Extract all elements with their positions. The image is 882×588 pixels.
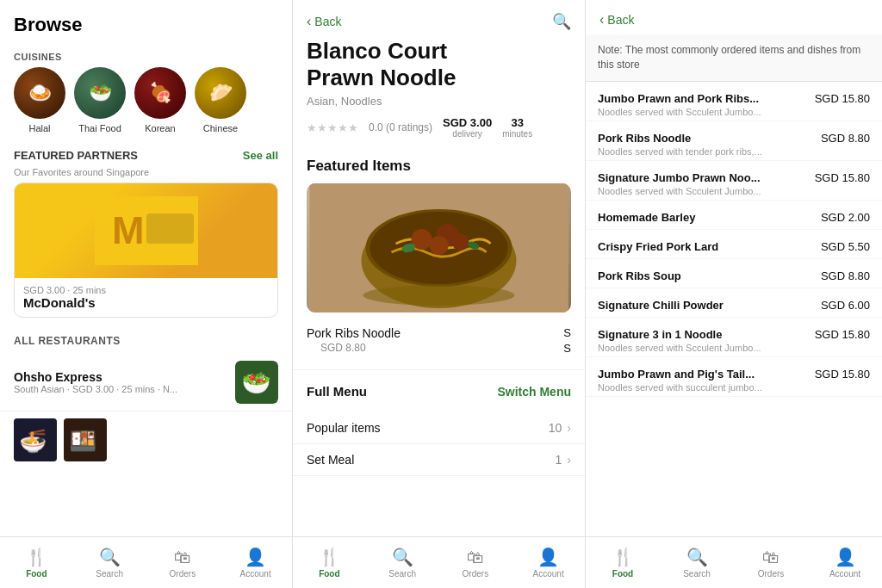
note-bar: Note: The most commonly ordered items an… <box>586 34 882 82</box>
menu-item-price-2: SGD 15.80 <box>815 171 870 184</box>
menu-category-setmeal[interactable]: Set Meal 1 › <box>293 444 585 476</box>
featured-subtitle: Our Favorites around Singapore <box>0 167 292 183</box>
menu-item-name-5: Pork Ribs Soup <box>598 269 814 282</box>
menu-item-row-7[interactable]: Signature 3 in 1 Noodle Noodles served w… <box>586 318 882 357</box>
store-name: Blanco CourtPrawn Noodle <box>293 38 585 95</box>
orders-icon-right: 🛍 <box>762 548 780 567</box>
search-icon-right-nav: 🔍 <box>686 547 708 567</box>
back-button-middle[interactable]: ‹ Back <box>307 14 341 29</box>
browse-title: Browse <box>0 0 292 45</box>
menu-item-row-1[interactable]: Pork Ribs Noodle Noodles served with ten… <box>586 121 882 161</box>
menu-item-row-4[interactable]: Crispy Fried Pork Lard SGD 5.50 <box>586 230 882 259</box>
category-popular-count: 10 <box>549 421 562 435</box>
partner-card-mcdonalds[interactable]: M SGD 3.00 · 25 mins McDonald's <box>14 183 278 318</box>
nav-food-middle[interactable]: 🍴 Food <box>307 547 351 579</box>
nav-account-label-middle: Account <box>533 569 564 579</box>
menu-item-desc-7: Noodles served with Scculent Jumbo... <box>598 343 808 353</box>
featured-items-heading: Featured Items <box>293 151 585 183</box>
nav-search-label-middle: Search <box>388 569 416 579</box>
menu-item-row-8[interactable]: Jumbo Prawn and Pig's Tail... Noodles se… <box>586 357 882 397</box>
see-all-button[interactable]: See all <box>243 149 278 162</box>
featured-food-image <box>307 183 571 313</box>
chevron-popular: › <box>567 421 571 435</box>
featured-item-name: Pork Ribs Noodle <box>307 326 401 340</box>
nav-orders-left[interactable]: 🛍 Orders <box>161 548 204 579</box>
left-scroll: Browse CUISINES 🍛 Halal 🥗 Thai Food 🍖 Ko… <box>0 0 292 536</box>
nav-food-right[interactable]: 🍴 Food <box>601 547 644 579</box>
menu-item-info-6: Signature Chilli Powder <box>598 299 821 313</box>
nav-account-middle[interactable]: 👤 Account <box>527 547 570 579</box>
menu-section: Full Menu Switch Menu <box>293 375 585 412</box>
nav-account-label-right: Account <box>829 569 860 579</box>
menu-item-price-3: SGD 2.00 <box>821 211 870 224</box>
menu-item-info-4: Crispy Fried Pork Lard <box>598 240 821 255</box>
nav-food-label-left: Food <box>26 569 47 579</box>
nav-food-label-middle: Food <box>319 569 339 579</box>
menu-category-popular[interactable]: Popular items 10 › <box>293 412 585 444</box>
category-setmeal-label: Set Meal <box>307 453 354 467</box>
featured-title: FEATURED PARTNERS <box>14 149 138 162</box>
back-button-right[interactable]: ‹ Back <box>599 12 634 28</box>
switch-menu-button[interactable]: Switch Menu <box>497 385 571 399</box>
menu-item-row-6[interactable]: Signature Chilli Powder SGD 6.00 <box>586 288 882 318</box>
menu-item-info-0: Jumbo Prawn and Pork Ribs... Noodles ser… <box>598 92 815 117</box>
cuisine-halal[interactable]: 🍛 Halal <box>14 67 65 133</box>
minutes-stat: 33 minutes <box>502 116 532 139</box>
restaurant-meta-ohsho: South Asian · SGD 3.00 · 25 mins · N... <box>14 384 227 394</box>
chinese-icon: 🥟 <box>195 67 246 119</box>
menu-item-desc-1: Noodles served with tender pork ribs,... <box>598 146 814 157</box>
food-icon-left: 🍴 <box>26 547 47 567</box>
featured-item-subrow: SGD 8.80 S <box>293 342 585 364</box>
nav-account-label-left: Account <box>240 569 271 579</box>
nav-search-right[interactable]: 🔍 Search <box>675 547 718 579</box>
store-cuisine: Asian, Noodles <box>293 95 585 116</box>
menu-item-info-5: Pork Ribs Soup <box>598 269 821 284</box>
menu-item-row-3[interactable]: Homemade Barley SGD 2.00 <box>586 201 882 230</box>
nav-search-label-right: Search <box>683 569 711 579</box>
nav-search-left[interactable]: 🔍 Search <box>88 547 131 579</box>
menu-item-price-7: SGD 15.80 <box>815 328 870 341</box>
right-back-bar: ‹ Back <box>586 0 882 34</box>
middle-panel: ‹ Back 🔍 Blanco CourtPrawn Noodle Asian,… <box>293 0 586 588</box>
nav-account-left[interactable]: 👤 Account <box>234 547 277 579</box>
menu-item-price-8: SGD 15.80 <box>815 368 870 381</box>
featured-item-price: SGD 8.80 <box>307 342 380 362</box>
nav-search-middle[interactable]: 🔍 Search <box>381 547 424 579</box>
chevron-setmeal: › <box>567 453 571 467</box>
thai-icon: 🥗 <box>74 67 126 119</box>
restaurant-thumbs-row: 🍜 🍱 <box>0 412 292 468</box>
menu-item-row-2[interactable]: Signature Jumbo Prawn Noo... Noodles ser… <box>586 161 882 201</box>
partner-meta: SGD 3.00 · 25 mins <box>23 285 269 295</box>
menu-header: Full Menu Switch Menu <box>307 384 571 399</box>
menu-item-row-5[interactable]: Pork Ribs Soup SGD 8.80 <box>586 259 882 288</box>
orders-icon-middle: 🛍 <box>467 548 484 567</box>
cuisine-thai[interactable]: 🥗 Thai Food <box>74 67 126 133</box>
search-icon-middle[interactable]: 🔍 <box>552 12 571 31</box>
search-icon-middle-nav: 🔍 <box>392 547 413 567</box>
partner-name: McDonald's <box>23 295 269 310</box>
restaurant-name-ohsho: Ohsho Express <box>14 370 227 384</box>
category-popular-right: 10 › <box>549 421 571 435</box>
menu-item-name-8: Jumbo Prawn and Pig's Tail... <box>598 368 808 381</box>
restaurant-row-ohsho[interactable]: Ohsho Express South Asian · SGD 3.00 · 2… <box>0 354 292 412</box>
back-label-middle: Back <box>314 15 341 28</box>
nav-food-left[interactable]: 🍴 Food <box>15 547 58 579</box>
cuisine-chinese[interactable]: 🥟 Chinese <box>195 67 246 133</box>
nav-account-right[interactable]: 👤 Account <box>823 547 866 579</box>
note-text: Note: The most commonly ordered items an… <box>598 44 860 71</box>
cuisine-korean[interactable]: 🍖 Korean <box>134 67 186 133</box>
menu-item-name-0: Jumbo Prawn and Pork Ribs... <box>598 92 808 105</box>
menu-item-info-8: Jumbo Prawn and Pig's Tail... Noodles se… <box>598 368 815 393</box>
menu-item-name-2: Signature Jumbo Prawn Noo... <box>598 171 808 184</box>
account-icon-left: 👤 <box>245 547 266 567</box>
menu-item-name-6: Signature Chilli Powder <box>598 299 814 312</box>
svg-point-20 <box>363 285 515 306</box>
svg-point-16 <box>430 236 449 255</box>
menu-item-price-0: SGD 15.80 <box>815 92 870 105</box>
menu-item-row-0[interactable]: Jumbo Prawn and Pork Ribs... Noodles ser… <box>586 82 882 121</box>
orders-icon-left: 🛍 <box>174 548 191 567</box>
nav-orders-middle[interactable]: 🛍 Orders <box>454 548 497 579</box>
nav-orders-right[interactable]: 🛍 Orders <box>749 548 792 579</box>
food-icon-right: 🍴 <box>612 547 634 567</box>
thumb-sm-2: 🍱 <box>64 418 107 461</box>
